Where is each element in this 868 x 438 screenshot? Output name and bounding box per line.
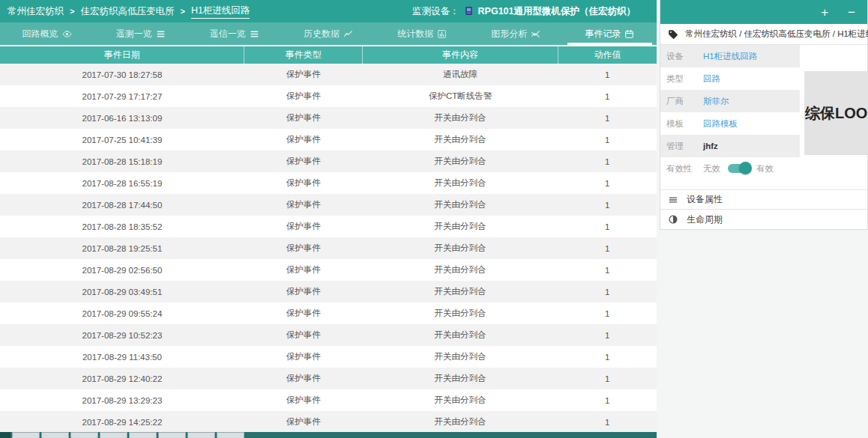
cell-event-content: 开关由分到合 (363, 281, 558, 302)
list-icon (156, 29, 166, 39)
cell-event-content: 开关由分到合 (363, 259, 558, 281)
panel-sections: 设备属性生命周期 (660, 189, 867, 229)
table-row[interactable]: 2017-08-28 17:44:50保护事件开关由分到合1 (0, 194, 657, 216)
table-row[interactable]: 2017-06-16 13:13:09保护事件开关由分到合1 (0, 107, 657, 129)
cell-event-date: 2017-08-29 12:40:22 (0, 368, 244, 389)
scrollbar-segment[interactable] (129, 432, 157, 438)
cell-event-date: 2017-08-28 16:55:19 (0, 172, 244, 194)
table-row[interactable]: 2017-08-29 11:43:50保护事件开关由分到合1 (0, 346, 657, 368)
scrollbar-segment[interactable] (217, 432, 244, 438)
tab-list-2[interactable]: 遥信一览 (187, 22, 281, 45)
tab-bar: 回路概览遥测一览遥信一览历史数据统计数据图形分析事件记录 (0, 22, 657, 45)
tab-calendar-6[interactable]: 事件记录 (563, 22, 657, 45)
tab-scatter-5[interactable]: 图形分析 (469, 22, 563, 45)
table-row[interactable]: 2017-08-29 14:25:22保护事件开关由分到合1 (0, 411, 657, 433)
scrollbar-segment[interactable] (12, 432, 40, 438)
info-label: 厂商 (666, 96, 703, 107)
cell-event-content: 开关由分到合 (363, 237, 558, 259)
section-生命周期[interactable]: 生命周期 (660, 210, 867, 229)
bar-chart-icon (437, 29, 447, 39)
cell-action-value: 1 (558, 216, 657, 237)
cell-action-value: 1 (558, 129, 657, 150)
breadcrumb-item-substation[interactable]: 佳宏纺织高低压变电所 (80, 5, 174, 18)
cell-event-type: 保护事件 (244, 324, 363, 346)
breadcrumb-separator: > (70, 7, 74, 16)
tab-list-1[interactable]: 遥测一览 (94, 22, 187, 45)
scrollbar-segment[interactable] (187, 432, 215, 438)
cell-event-date: 2017-07-30 18:27:58 (0, 64, 244, 85)
table-row[interactable]: 2017-08-29 10:52:23保护事件开关由分到合1 (0, 324, 657, 346)
table-row[interactable]: 2017-08-28 15:18:19保护事件开关由分到合1 (0, 150, 657, 172)
tab-bar-chart-4[interactable]: 统计数据 (376, 22, 469, 45)
cell-event-content: 开关由分到合 (363, 216, 558, 237)
cell-event-type: 保护事件 (244, 346, 363, 368)
info-row-厂商: 厂商斯菲尔 (660, 90, 800, 112)
table-row[interactable]: 2017-08-29 09:55:24保护事件开关由分到合1 (0, 302, 657, 324)
cell-action-value: 1 (558, 346, 657, 368)
cell-event-type: 保护事件 (244, 172, 363, 194)
table-row[interactable]: 2017-07-29 17:17:27保护事件保护CT断线告警1 (0, 85, 657, 107)
scrollbar-segment[interactable] (70, 432, 98, 438)
scrollbar-segment[interactable] (100, 432, 127, 438)
validity-off-label: 无效 (703, 163, 720, 174)
info-label: 类型 (666, 73, 703, 85)
scrollbar-segment[interactable] (158, 432, 186, 438)
info-value-link[interactable]: 斯菲尔 (703, 96, 729, 107)
tab-eye-0[interactable]: 回路概览 (0, 22, 94, 45)
cell-event-date: 2017-08-29 09:55:24 (0, 302, 244, 324)
cell-event-type: 保护事件 (244, 85, 363, 107)
device-path-row: 常州佳宏纺织 / 佳宏纺织高低压变电所 / H1柜进线回路 (660, 24, 867, 45)
cell-event-type: 保护事件 (244, 389, 363, 411)
add-button[interactable]: + (821, 6, 828, 19)
cell-action-value: 1 (558, 302, 657, 324)
info-label: 设备 (666, 51, 703, 62)
tab-label: 统计数据 (397, 28, 433, 40)
info-value-link[interactable]: 回路 (703, 73, 720, 85)
tab-label: 历史数据 (304, 28, 340, 40)
event-table-header: 事件日期 事件类型 事件内容 动作值 (0, 46, 657, 64)
table-row[interactable]: 2017-08-28 19:25:51保护事件开关由分到合1 (0, 237, 657, 259)
scrollbar-segment[interactable] (41, 432, 69, 438)
cell-event-content: 保护CT断线告警 (363, 85, 558, 107)
main-area: 常州佳宏纺织 > 佳宏纺织高低压变电所 > H1柜进线回路 监测设备： RPG1… (0, 0, 657, 438)
section-设备属性[interactable]: 设备属性 (660, 190, 867, 210)
cell-event-date: 2017-07-29 17:17:27 (0, 85, 244, 107)
cell-event-date: 2017-08-28 15:18:19 (0, 150, 244, 172)
device-panel: + − 常州佳宏纺织 / 佳宏纺织高低压变电所 / H1柜进线回路 设备H1柜进… (660, 0, 868, 230)
bottom-scrollbar[interactable] (0, 432, 657, 438)
breadcrumb-item-current-loop[interactable]: H1柜进线回路 (191, 4, 250, 19)
cell-event-date: 2017-08-29 02:56:50 (0, 259, 244, 281)
cell-action-value: 1 (558, 85, 657, 107)
cell-event-type: 保护事件 (244, 368, 363, 389)
table-row[interactable]: 2017-08-28 16:55:19保护事件开关由分到合1 (0, 172, 657, 194)
cell-event-content: 开关由分到合 (363, 150, 558, 172)
monitor-device[interactable]: 监测设备： RPG101通用型微机保护（佳宏纺织） (412, 5, 636, 18)
monitor-device-label: 监测设备： (412, 5, 459, 18)
breadcrumb-item-site[interactable]: 常州佳宏纺织 (7, 5, 64, 18)
col-header-action-value: 动作值 (558, 46, 657, 64)
cell-event-content: 通讯故障 (363, 64, 558, 85)
cell-event-content: 开关由分到合 (363, 172, 558, 194)
table-row[interactable]: 2017-07-30 18:27:58保护事件通讯故障1 (0, 64, 657, 85)
remove-button[interactable]: − (848, 6, 855, 19)
info-value-link[interactable]: H1柜进线回路 (703, 51, 757, 62)
cell-action-value: 1 (558, 237, 657, 259)
validity-toggle[interactable] (728, 164, 750, 173)
table-row[interactable]: 2017-08-29 02:56:50保护事件开关由分到合1 (0, 259, 657, 281)
cell-action-value: 1 (558, 150, 657, 172)
table-row[interactable]: 2017-08-28 18:35:52保护事件开关由分到合1 (0, 216, 657, 237)
template-badge: 综保LOOP (804, 71, 868, 155)
info-value-link[interactable]: 回路模板 (703, 118, 738, 130)
table-row[interactable]: 2017-07-25 10:41:39保护事件开关由分到合1 (0, 129, 657, 150)
table-row[interactable]: 2017-08-29 13:29:23保护事件开关由分到合1 (0, 389, 657, 411)
info-row-模板: 模板回路模板 (660, 112, 800, 135)
table-row[interactable]: 2017-08-29 03:49:51保护事件开关由分到合1 (0, 281, 657, 302)
cell-event-type: 保护事件 (244, 194, 363, 216)
panel-header: + − (660, 0, 867, 24)
tab-line-chart-3[interactable]: 历史数据 (281, 22, 375, 45)
cell-event-content: 开关由分到合 (363, 411, 558, 433)
info-row-validity: 有效性无效有效 (660, 157, 800, 180)
info-label: 模板 (666, 118, 703, 130)
cell-event-date: 2017-08-29 13:29:23 (0, 389, 244, 411)
table-row[interactable]: 2017-08-29 12:40:22保护事件开关由分到合1 (0, 368, 657, 389)
